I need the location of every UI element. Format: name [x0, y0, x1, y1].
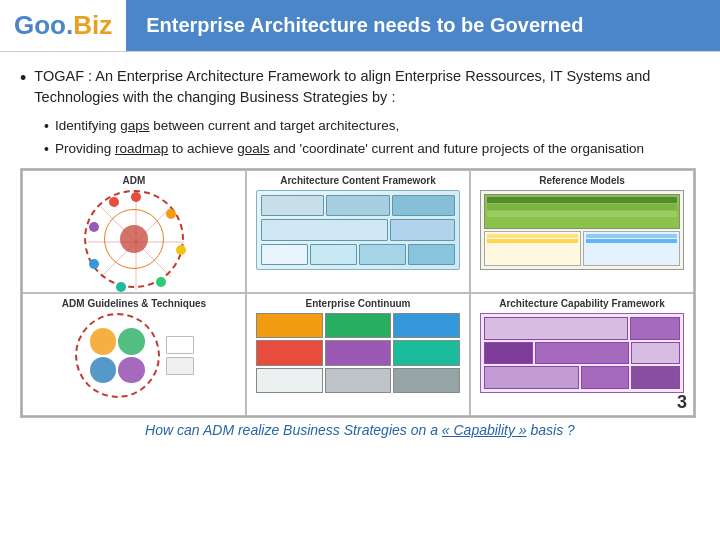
- ent-block-2: [325, 313, 391, 338]
- ent-block-9: [393, 368, 459, 393]
- main-content: TOGAF : An Enterprise Architecture Frame…: [0, 52, 720, 444]
- adm-guidelines-circle: [75, 313, 160, 398]
- diagram-cell-rm: Reference Models: [470, 170, 694, 293]
- ent-block-8: [325, 368, 391, 393]
- header-title-box: Enterprise Architecture needs to be Gove…: [126, 0, 720, 51]
- svg-point-11: [109, 197, 119, 207]
- acf-title: Architecture Content Framework: [280, 175, 436, 187]
- sub-bullet-2-text: Providing roadmap to achieve goals and '…: [55, 139, 644, 159]
- page-number: 3: [677, 392, 687, 413]
- guide-inner: [90, 328, 145, 383]
- ent-block-3: [393, 313, 459, 338]
- ent-block-7: [256, 368, 322, 393]
- ent-block-4: [256, 340, 322, 365]
- guideline-icons: [166, 336, 194, 375]
- logo-goo: Goo.: [14, 10, 73, 41]
- diagram-cell-adm: ADM: [22, 170, 246, 293]
- sub-bullet-2: Providing roadmap to achieve goals and '…: [44, 139, 700, 160]
- acf-box: [256, 190, 459, 270]
- adm-circle: [84, 190, 184, 288]
- ent-block-5: [325, 340, 391, 365]
- sub-bullets: Identifying gaps between current and tar…: [44, 116, 700, 160]
- adm-spokes-svg: [86, 192, 186, 292]
- diagram-cell-acf: Architecture Content Framework: [246, 170, 470, 293]
- logo-biz: Biz: [73, 10, 112, 41]
- adm-guidelines-title: ADM Guidelines & Techniques: [62, 298, 206, 310]
- rm-title: Reference Models: [539, 175, 625, 187]
- svg-point-8: [116, 282, 126, 292]
- sub-bullet-1-text: Identifying gaps between current and tar…: [55, 116, 399, 136]
- svg-point-7: [156, 277, 166, 287]
- ref-models-box: [480, 190, 683, 270]
- footer-label: How can ADM realize Business Strategies …: [145, 422, 575, 438]
- diagram-cell-ent-continuum: Enterprise Continuum: [246, 293, 470, 416]
- logo-box: Goo.Biz: [0, 0, 126, 51]
- ent-cont-box: [256, 313, 459, 393]
- svg-point-6: [176, 245, 186, 255]
- header-title: Enterprise Architecture needs to be Gove…: [146, 14, 583, 37]
- adm-title: ADM: [123, 175, 146, 187]
- footer-text: How can ADM realize Business Strategies …: [20, 422, 700, 438]
- acap-box: [480, 313, 683, 393]
- sub-bullet-1: Identifying gaps between current and tar…: [44, 116, 700, 137]
- svg-point-5: [166, 209, 176, 219]
- ent-block-1: [256, 313, 322, 338]
- svg-point-4: [131, 192, 141, 202]
- diagram-cell-arch-capability: Architecture Capability Framework: [470, 293, 694, 416]
- svg-point-9: [89, 259, 99, 269]
- main-bullet-text: TOGAF : An Enterprise Architecture Frame…: [34, 66, 700, 108]
- ent-continuum-title: Enterprise Continuum: [305, 298, 410, 310]
- diagram-grid: ADM: [21, 169, 695, 417]
- adm-guidelines-content: [75, 313, 194, 398]
- header: Goo.Biz Enterprise Architecture needs to…: [0, 0, 720, 52]
- svg-point-10: [89, 222, 99, 232]
- diagram-cell-adm-guidelines: ADM Guidelines & Techniques: [22, 293, 246, 416]
- diagram-area: ADM: [20, 168, 696, 418]
- ent-block-6: [393, 340, 459, 365]
- arch-capability-title: Architecture Capability Framework: [499, 298, 665, 310]
- main-bullet: TOGAF : An Enterprise Architecture Frame…: [20, 66, 700, 108]
